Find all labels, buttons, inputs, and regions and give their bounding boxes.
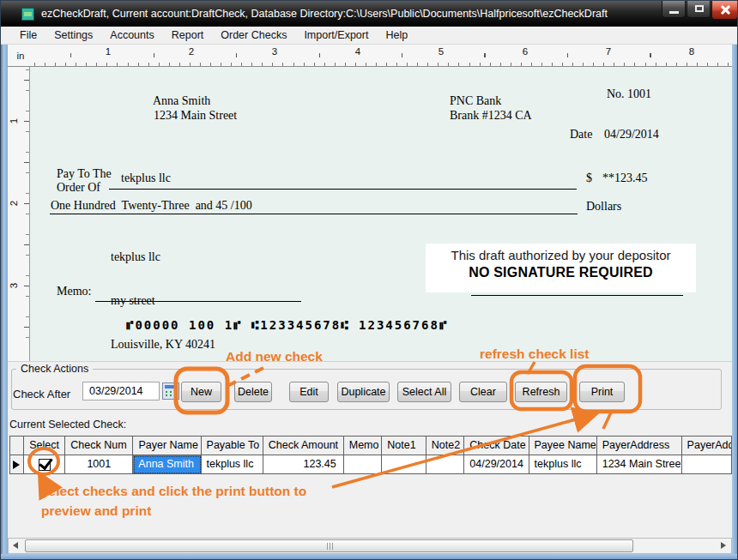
cell-note1[interactable]: [382, 455, 426, 474]
print-button[interactable]: Print: [579, 382, 625, 402]
annotation-add-new-check: Add new check: [226, 349, 323, 364]
title-bar: ezCheckDraft, Current account:DraftCheck…: [1, 1, 738, 27]
micr-line: ⑈00000 100 1⑈ ⑆123345678⑆ 123456768⑈: [126, 318, 448, 332]
amount-words: One Hundred Twenty-Three and 45 /100: [51, 199, 252, 213]
calendar-picker-button[interactable]: [162, 382, 179, 400]
scroll-left-button[interactable]: [9, 539, 24, 553]
check-number: No. 1001: [607, 87, 651, 101]
col-header-payable-to[interactable]: Payable To: [202, 437, 263, 455]
table-row: 1001 Anna Smith tekplus llc 123.45 04/29…: [10, 455, 732, 474]
memo-label: Memo:: [57, 285, 91, 298]
window-border-right: [732, 45, 738, 554]
select-all-button[interactable]: Select All: [397, 382, 451, 402]
col-header-note1[interactable]: Note1: [382, 437, 426, 455]
clear-button[interactable]: Clear: [459, 382, 507, 402]
cell-payee-name[interactable]: tekplus llc: [529, 455, 597, 474]
horizontal-scrollbar[interactable]: [8, 538, 732, 554]
menu-item-order-checks[interactable]: Order Checks: [212, 27, 295, 43]
col-header-check-date[interactable]: Check Date: [464, 437, 529, 455]
scroll-left-icon: [13, 542, 18, 549]
bank-name: PNC Bank: [450, 94, 501, 108]
cell-check-date[interactable]: 04/29/2014: [464, 455, 529, 474]
scrollbar-thumb[interactable]: [25, 539, 633, 552]
signature-underline: [471, 295, 683, 296]
refresh-button[interactable]: Refresh: [515, 382, 567, 402]
col-header-memo[interactable]: Memo: [344, 437, 383, 455]
app-icon: [21, 8, 34, 21]
grid-header-row: Select Check Num Payer Name Payable To C…: [10, 437, 732, 455]
vertical-ruler: 1 2 3: [8, 67, 30, 361]
dollars-label: Dollars: [586, 200, 621, 214]
col-header-select[interactable]: Select: [24, 437, 65, 455]
dollar-sign: $: [586, 172, 592, 185]
col-header-payee-name[interactable]: Payee Name: [529, 437, 597, 455]
annotation-select-line1: select checks and click the print button…: [41, 484, 306, 499]
maximize-icon: [695, 5, 704, 12]
row-selector-header: [10, 437, 24, 455]
cell-payer-address[interactable]: 1234 Main Street: [597, 455, 682, 474]
horizontal-ruler: 1 2 3 4 5 6 7 8: [33, 45, 732, 67]
minimize-button[interactable]: [662, 1, 686, 18]
payee-underline: [109, 189, 577, 190]
new-button[interactable]: New: [181, 382, 221, 402]
scroll-right-icon: [721, 542, 726, 549]
app-window: ezCheckDraft, Current account:DraftCheck…: [0, 0, 738, 560]
menu-item-settings[interactable]: Settings: [45, 27, 101, 43]
check-after-label: Check After: [13, 388, 70, 400]
col-header-payer-name[interactable]: Payer Name: [133, 437, 201, 455]
col-header-note2[interactable]: Note2: [426, 437, 465, 455]
cell-payer-name[interactable]: Anna Smith: [133, 455, 201, 474]
payer-name: Anna Smith: [153, 94, 210, 108]
col-header-payer-add2[interactable]: PayerAdd: [682, 437, 732, 455]
col-header-check-num[interactable]: Check Num: [65, 437, 133, 455]
memo-underline: [95, 301, 301, 302]
menu-item-file[interactable]: File: [11, 27, 45, 43]
select-cell[interactable]: [24, 455, 65, 474]
cell-payable-to[interactable]: tekplus llc: [202, 455, 263, 474]
maximize-button[interactable]: [687, 1, 711, 18]
delete-button[interactable]: Delete: [234, 382, 272, 402]
ruler-unit-label: in: [8, 45, 33, 67]
pay-to-label-2: Order Of: [57, 181, 100, 195]
col-header-payer-address[interactable]: PayerAddress: [597, 437, 682, 455]
row-selector-arrow-icon: [13, 461, 20, 469]
check-after-date-input[interactable]: 03/29/2014: [82, 382, 160, 400]
calendar-icon: [165, 385, 177, 388]
scrollbar-grip-icon: [330, 543, 330, 550]
authorization-box: This draft authorized by your depositor …: [426, 244, 696, 292]
window-border-bottom: [1, 554, 738, 560]
scroll-right-button[interactable]: [716, 539, 731, 553]
authorization-line1: This draft authorized by your depositor: [426, 248, 696, 262]
menu-item-help[interactable]: Help: [377, 27, 416, 43]
select-checkbox[interactable]: [39, 459, 51, 471]
cell-note2[interactable]: [426, 455, 465, 474]
menu-item-report[interactable]: Report: [163, 27, 213, 43]
row-selector-cell[interactable]: [10, 455, 24, 474]
payer-address: 1234 Main Street: [154, 109, 237, 123]
menu-item-accounts[interactable]: Accounts: [101, 27, 162, 43]
menu-item-import-export[interactable]: Import/Export: [295, 27, 377, 43]
check-actions-label: Check Actions: [16, 363, 93, 375]
checkmark-icon: [39, 455, 52, 470]
amount-words-underline: [50, 214, 578, 214]
cell-check-amount[interactable]: 123.45: [263, 455, 344, 474]
date-value: 04/29/2014: [604, 128, 659, 142]
authorization-line2: NO SIGNATURE REQUIRED: [426, 265, 696, 280]
amount-numeric: **123.45: [602, 172, 648, 185]
check-grid: Select Check Num Payer Name Payable To C…: [9, 436, 732, 474]
cell-payer-add2[interactable]: [682, 455, 732, 474]
window-title: ezCheckDraft, Current account:DraftCheck…: [41, 8, 608, 20]
col-header-check-amount[interactable]: Check Amount: [263, 437, 344, 455]
payable-to: tekplus llc: [121, 172, 171, 185]
close-button[interactable]: [711, 1, 738, 20]
bank-branch: Brank #1234 CA: [450, 109, 532, 123]
current-selected-check-label: Current Selected Check:: [9, 418, 126, 431]
window-border-left: [1, 45, 8, 554]
cell-memo[interactable]: [344, 455, 383, 474]
minimize-icon: [669, 11, 679, 14]
cell-check-num[interactable]: 1001: [65, 455, 133, 474]
date-label: Date: [570, 128, 592, 142]
duplicate-button[interactable]: Duplicate: [337, 382, 390, 402]
menu-bar: File Settings Accounts Report Order Chec…: [1, 27, 738, 45]
edit-button[interactable]: Edit: [289, 382, 329, 402]
